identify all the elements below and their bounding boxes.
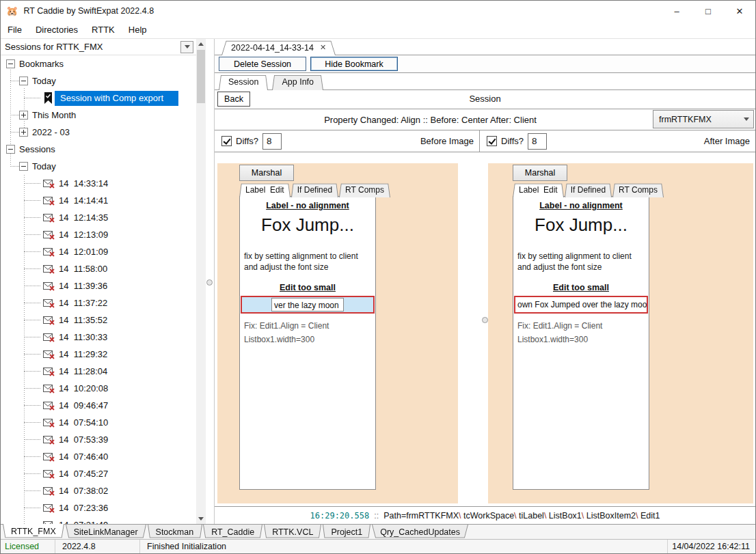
session-item[interactable]: 14 11:35:52	[1, 311, 196, 329]
after-diffs-checkbox[interactable]	[487, 136, 497, 146]
image-splitter-grip-icon[interactable]	[482, 317, 488, 323]
session-item[interactable]: 14 12:01:09	[1, 243, 196, 260]
session-item[interactable]: 14 10:20:08	[1, 380, 196, 397]
session-item[interactable]: 14 07:53:39	[1, 431, 196, 448]
tree-connector	[10, 115, 19, 115]
bookmark-session-item[interactable]: Session with Comp export	[1, 89, 196, 107]
session-item[interactable]: 14 14:14:41	[1, 192, 196, 209]
path-segment: tcWorkSpace	[459, 511, 514, 521]
sidebar-scrollbar[interactable]	[196, 39, 206, 524]
session-mail-icon	[43, 264, 55, 274]
session-mail-icon	[43, 418, 55, 428]
document-tab-label: 2022-04-14_14-33-14	[231, 43, 314, 53]
menu-rttk[interactable]: RTTK	[85, 25, 122, 35]
session-item-label: 14 07:54:10	[59, 417, 108, 428]
session-item[interactable]: 14 07:45:27	[1, 465, 196, 482]
tree-node-bookmarks-today[interactable]: Today	[1, 72, 196, 89]
session-item-label: 14 14:14:41	[59, 195, 108, 206]
expand-icon[interactable]	[19, 128, 28, 137]
collapse-icon[interactable]	[19, 162, 28, 171]
fix-note-line2: Listbox1.width=300	[244, 333, 371, 346]
session-item[interactable]: 14 11:58:00	[1, 260, 196, 277]
fox-label: Fox Jump...	[513, 214, 649, 236]
scrollbar-thumb[interactable]	[197, 50, 205, 103]
sessions-sidebar: Sessions for RTTK_FMX Bookmarks Today	[1, 39, 206, 524]
project-tab-project1[interactable]: Project1	[323, 525, 370, 539]
tree-node-this-month[interactable]: This Month	[1, 107, 196, 124]
session-item-label: 14 11:58:00	[59, 264, 107, 274]
session-item[interactable]: 14 11:37:22	[1, 294, 196, 311]
project-tab-sitelinkmanager[interactable]: SiteLinkManager	[66, 525, 146, 539]
session-item[interactable]: 14 07:38:02	[1, 482, 196, 499]
session-document-tab[interactable]: 2022-04-14_14-33-14 ✕	[221, 40, 336, 55]
menu-file[interactable]: File	[1, 25, 29, 35]
session-item[interactable]: 14 11:28:04	[1, 363, 196, 380]
session-item-label: 14 12:01:09	[59, 247, 108, 257]
session-item[interactable]: 14 07:46:40	[1, 448, 196, 465]
project-tab-rttk-vcl[interactable]: RTTK.VCL	[264, 525, 321, 539]
before-diffs-checkbox[interactable]	[221, 136, 232, 146]
splitter-grip-icon[interactable]	[206, 279, 213, 286]
project-tab-rttk-fmx[interactable]: RTTK_FMX	[3, 524, 64, 539]
tree-node-bookmarks[interactable]: Bookmarks	[1, 55, 196, 72]
collapse-icon[interactable]	[6, 145, 15, 154]
diff-highlight-box: ver the lazy moon	[241, 296, 375, 314]
session-item[interactable]: 14 11:30:33	[1, 329, 196, 346]
menu-directories[interactable]: Directories	[29, 25, 85, 35]
sessions-filter-dropdown[interactable]	[180, 41, 193, 53]
session-item[interactable]: 14 12:14:35	[1, 209, 196, 226]
scroll-up-icon[interactable]	[196, 39, 206, 49]
capture-tab-label-edit: Label Edit	[513, 182, 564, 197]
hide-bookmark-button[interactable]: Hide Bookmark	[310, 57, 398, 71]
form-selector-combobox[interactable]: frmRTTKFMX	[653, 110, 754, 128]
session-item[interactable]: 14 14:33:14	[1, 175, 196, 192]
path-separator: ::	[374, 511, 379, 521]
property-changed-text: Property Changed: Align :: Before: Cente…	[215, 115, 646, 125]
session-mail-icon	[43, 196, 55, 206]
tree-connector	[10, 81, 19, 81]
tab-app-info[interactable]: App Info	[272, 74, 323, 90]
collapse-icon[interactable]	[6, 59, 15, 68]
tree-node-sessions[interactable]: Sessions	[1, 141, 196, 158]
session-item-label: 14 07:38:02	[59, 486, 108, 496]
tab-session[interactable]: Session	[219, 74, 268, 90]
session-item[interactable]: 14 11:39:36	[1, 277, 196, 294]
session-item[interactable]: 14 07:21:49	[1, 516, 196, 524]
tree-connector	[24, 490, 40, 491]
sidebar-header: Sessions for RTTK_FMX	[1, 39, 196, 55]
close-icon[interactable]: ✕	[724, 1, 755, 21]
path-segment: ListBox1	[544, 511, 582, 521]
minimize-icon[interactable]: –	[661, 1, 692, 21]
session-item[interactable]: 14 12:13:09	[1, 226, 196, 243]
scroll-down-icon[interactable]	[196, 514, 206, 524]
expand-icon[interactable]	[19, 111, 28, 120]
menu-help[interactable]: Help	[122, 25, 154, 35]
session-item[interactable]: 14 09:46:47	[1, 397, 196, 414]
edit-header: Edit too small	[513, 283, 649, 292]
project-tab-stockman[interactable]: Stockman	[148, 525, 202, 539]
tree-connector	[24, 234, 40, 235]
tree-node-label: 2022 - 03	[32, 127, 70, 137]
tree-node-sessions-today[interactable]: Today	[1, 158, 196, 175]
delete-session-button[interactable]: Delete Session	[219, 57, 306, 71]
triangle-up	[198, 42, 204, 46]
capture-tab-if-defined: If Defined	[565, 182, 612, 197]
collapse-icon[interactable]	[19, 77, 28, 85]
app-window: 🐹 RT Caddie by SwiftExpat 2022.4.8 – □ ✕…	[0, 0, 756, 554]
session-item[interactable]: 14 11:29:32	[1, 346, 196, 363]
close-tab-icon[interactable]: ✕	[320, 43, 326, 52]
before-diffs-count-input[interactable]: 8	[262, 133, 282, 150]
after-diffs-count-input[interactable]: 8	[528, 133, 547, 150]
project-tab-qry-cachedupdates[interactable]: Qry_CachedUpdates	[372, 525, 468, 539]
tree-node-2022-03[interactable]: 2022 - 03	[1, 124, 196, 141]
project-tab-rt-caddie[interactable]: RT_Caddie	[203, 525, 262, 539]
tree-connector	[24, 439, 40, 440]
session-item[interactable]: 14 07:54:10	[1, 414, 196, 431]
tree-connector	[24, 388, 40, 389]
chevron-down-icon[interactable]	[740, 111, 753, 128]
session-item[interactable]: 14 07:23:36	[1, 499, 196, 516]
tree-connector	[10, 132, 19, 133]
maximize-icon[interactable]: □	[692, 1, 724, 21]
chevron-down-icon	[185, 45, 190, 49]
sidebar-splitter[interactable]	[206, 39, 214, 524]
